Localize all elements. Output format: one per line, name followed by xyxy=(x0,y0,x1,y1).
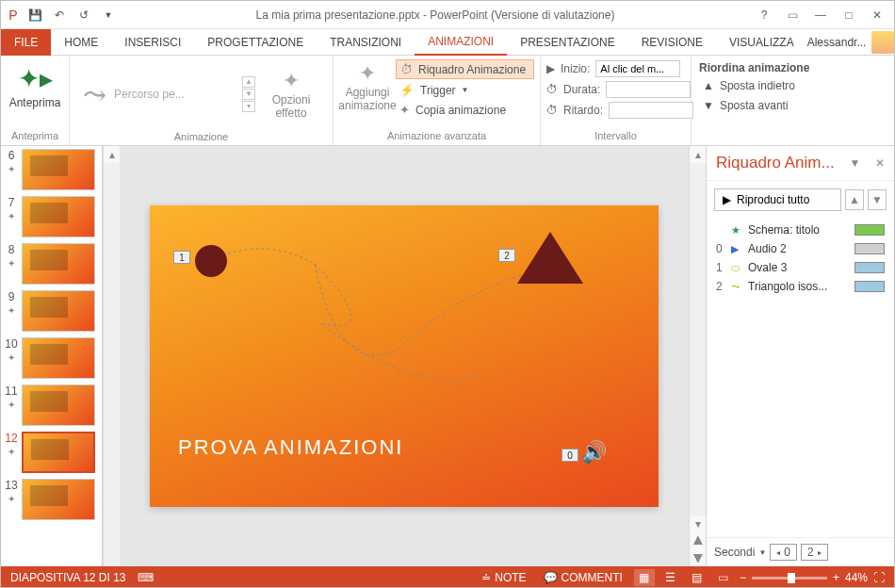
move-up-button[interactable]: ▲ xyxy=(845,189,864,210)
next-slide-icon[interactable]: ⯆ xyxy=(690,549,706,566)
timeline-range[interactable]: ◂0 xyxy=(770,544,797,561)
down-caret-icon: ▼ xyxy=(703,99,714,112)
view-slideshow-icon[interactable]: ▭ xyxy=(713,569,734,586)
comments-button[interactable]: 💬COMMENTI xyxy=(538,571,628,584)
thumbnail-8[interactable]: 8✦ xyxy=(1,240,102,287)
riquadro-animazione-button[interactable]: ⏱Riquadro Animazione xyxy=(396,59,534,79)
clock-icon: ▶ xyxy=(546,62,555,75)
save-icon[interactable]: 💾 xyxy=(24,4,46,26)
scroll-down-icon[interactable]: ▾ xyxy=(690,515,706,532)
riordina-label: Riordina animazione xyxy=(699,61,887,74)
gallery-down-icon[interactable]: ▼ xyxy=(242,89,255,100)
tab-presentazione[interactable]: PRESENTAZIONE xyxy=(507,29,627,56)
title-bar: P 💾 ↶ ↺ ▼ La mia prima presentazione.ppt… xyxy=(1,1,894,29)
zoom-out-icon[interactable]: − xyxy=(740,571,746,584)
qat-more-icon[interactable]: ▼ xyxy=(97,4,120,26)
view-sorter-icon[interactable]: ☰ xyxy=(660,569,681,586)
timeline-unit-label[interactable]: Secondi xyxy=(714,546,755,559)
pane-icon: ⏱ xyxy=(400,62,413,76)
zoom-slider[interactable] xyxy=(752,577,827,580)
gallery-item-percorso[interactable]: Percorso pe... xyxy=(114,88,185,101)
durata-input[interactable] xyxy=(606,81,691,98)
thumbnail-9[interactable]: 9✦ xyxy=(1,287,102,335)
fit-icon[interactable]: ⛶ xyxy=(873,571,885,584)
anim-marker-2[interactable]: 2 xyxy=(498,249,515,262)
view-normal-icon[interactable]: ▦ xyxy=(634,569,655,586)
help-icon[interactable]: ? xyxy=(751,5,777,25)
tab-revisione[interactable]: REVISIONE xyxy=(628,29,716,56)
thumbnail-13[interactable]: 13✦ xyxy=(1,476,102,523)
comments-icon: 💬 xyxy=(544,571,558,584)
tab-home[interactable]: HOME xyxy=(51,29,111,56)
thumbnail-11[interactable]: 11✦ xyxy=(1,382,102,429)
animation-pane: Riquadro Anim... ▼ ✕ ▶Riproduci tutto ▲ … xyxy=(706,146,894,566)
zoom-in-icon[interactable]: + xyxy=(833,571,839,584)
speaker-icon[interactable]: 🔊 xyxy=(581,440,607,465)
pane-dropdown-icon[interactable]: ▼ xyxy=(849,156,860,170)
gallery-up-icon[interactable]: ▲ xyxy=(242,76,255,88)
shape-oval[interactable] xyxy=(195,245,227,277)
anim-item[interactable]: ★Schema: titolo xyxy=(714,220,887,239)
slide-thumbnails[interactable]: 6✦7✦8✦9✦10✦11✦12✦13✦ xyxy=(1,146,103,566)
inizio-input[interactable] xyxy=(595,60,680,77)
anim-marker-1[interactable]: 1 xyxy=(173,251,190,264)
anteprima-button[interactable]: ✦▸ Anteprima xyxy=(7,59,63,113)
thumbnail-7[interactable]: 7✦ xyxy=(1,193,102,240)
ribbon-options-icon[interactable]: ▭ xyxy=(779,5,806,25)
move-down-button[interactable]: ▼ xyxy=(868,189,887,210)
tab-visualizza[interactable]: VISUALIZZA xyxy=(716,29,807,56)
trigger-icon: ⚡ xyxy=(399,83,415,97)
sposta-avanti-button[interactable]: ▼Sposta avanti xyxy=(699,97,887,114)
zoom-value[interactable]: 44% xyxy=(845,571,868,584)
anim-marker-0[interactable]: 0 xyxy=(561,449,578,462)
tab-transizioni[interactable]: TRANSIZIONI xyxy=(317,29,415,56)
timeline-range-b[interactable]: 2▸ xyxy=(801,544,828,561)
view-reading-icon[interactable]: ▤ xyxy=(687,569,708,586)
thumbnail-10[interactable]: 10✦ xyxy=(1,335,102,382)
slide-canvas[interactable]: 1 2 PROVA ANIMAZIONI 0 🔊 xyxy=(150,205,659,507)
user-name[interactable]: Alessandr... xyxy=(807,36,867,49)
close-icon[interactable]: ✕ xyxy=(864,5,890,25)
notes-button[interactable]: ≐NOTE xyxy=(476,571,531,584)
ribbon-tabs: FILE HOME INSERISCI PROGETTAZIONE TRANSI… xyxy=(1,29,894,56)
spellcheck-icon[interactable]: ⌨ xyxy=(138,571,154,584)
anim-item[interactable]: 1⬭Ovale 3 xyxy=(714,258,887,277)
undo-icon[interactable]: ↶ xyxy=(48,4,71,26)
aggiungi-animazione-button[interactable]: ✦ Aggiungi animazione xyxy=(339,59,396,119)
status-bar: DIAPOSITIVA 12 DI 13 ⌨ ≐NOTE 💬COMMENTI ▦… xyxy=(1,566,894,588)
copia-animazione-button[interactable]: ✦Copia animazione xyxy=(396,101,534,119)
redo-icon[interactable]: ↺ xyxy=(73,4,95,26)
slide-counter[interactable]: DIAPOSITIVA 12 DI 13 xyxy=(10,571,126,584)
ritardo-input[interactable] xyxy=(609,102,693,119)
delay-icon: ⏱ xyxy=(546,104,558,117)
app-icon: P xyxy=(5,7,22,24)
tab-inserisci[interactable]: INSERISCI xyxy=(111,29,194,56)
pane-close-icon[interactable]: ✕ xyxy=(875,156,885,170)
avatar[interactable] xyxy=(871,31,894,54)
play-star-icon: ✦▸ xyxy=(18,63,53,94)
thumbnail-6[interactable]: 6✦ xyxy=(1,146,102,193)
sposta-indietro-button[interactable]: ▲Sposta indietro xyxy=(699,77,887,94)
ribbon: ✦▸ Anteprima Anteprima ⤳ Percorso pe... … xyxy=(1,56,894,146)
minimize-icon[interactable]: — xyxy=(807,5,834,25)
prev-slide-icon[interactable]: ⯅ xyxy=(690,532,706,549)
play-icon: ▶ xyxy=(723,193,731,206)
thumbnail-12[interactable]: 12✦ xyxy=(1,429,102,476)
anim-item[interactable]: 0▶Audio 2 xyxy=(714,239,887,258)
tab-animazioni[interactable]: ANIMAZIONI xyxy=(415,29,507,56)
scroll-up-icon[interactable]: ▴ xyxy=(104,146,120,163)
play-all-button[interactable]: ▶Riproduci tutto xyxy=(714,188,841,211)
gallery-more-icon[interactable]: ▾ xyxy=(242,101,255,112)
scrollbar[interactable] xyxy=(690,163,706,515)
maximize-icon[interactable]: □ xyxy=(836,5,862,25)
scroll-up-icon[interactable]: ▴ xyxy=(690,146,706,163)
slide-title[interactable]: PROVA ANIMAZIONI xyxy=(178,435,403,460)
tab-progettazione[interactable]: PROGETTAZIONE xyxy=(194,29,317,56)
painter-icon: ✦ xyxy=(399,103,410,117)
tab-file[interactable]: FILE xyxy=(1,29,51,56)
anim-item[interactable]: 2⤳Triangolo isos... xyxy=(714,277,887,296)
trigger-button[interactable]: ⚡Trigger▼ xyxy=(396,81,534,99)
notes-icon: ≐ xyxy=(481,571,491,584)
shape-triangle[interactable] xyxy=(517,232,583,284)
opzioni-effetto-button[interactable]: ✦ Opzioni effetto xyxy=(263,67,319,122)
